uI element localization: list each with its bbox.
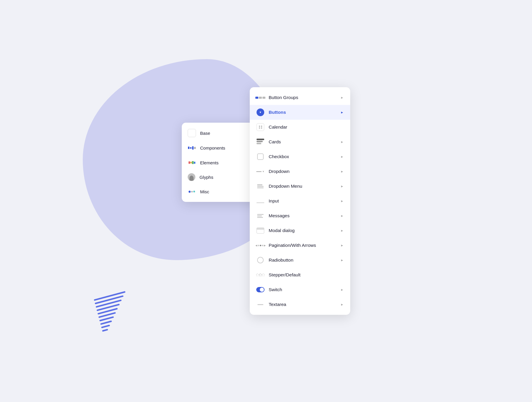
dropdown-menu-label: Dropdown Menu: [269, 184, 336, 189]
cards-label: Cards: [269, 139, 336, 145]
sidebar-item-glyphs[interactable]: Glyphs ►: [182, 170, 259, 184]
textarea-chevron-icon: ►: [340, 303, 344, 306]
radiobutton-label: Radiobutton: [269, 257, 336, 263]
modal-dialog-label: Modal dialog: [269, 228, 336, 233]
base-label: Base: [200, 131, 245, 136]
sidebar-item-components[interactable]: Components ►: [182, 140, 259, 155]
sidebar-item-modal-dialog[interactable]: Modal dialog ►: [250, 223, 350, 238]
sidebar-item-misc[interactable]: Misc ►: [182, 184, 259, 199]
radiobutton-icon: [256, 256, 265, 264]
dropdown-menu-chevron-icon: ►: [340, 184, 344, 188]
switch-chevron-icon: ►: [340, 288, 344, 291]
checkbox-label: Checkbox: [269, 154, 336, 159]
sidebar-item-elements[interactable]: Elements ►: [182, 155, 259, 170]
sidebar-item-messages[interactable]: Messages ►: [250, 208, 350, 223]
sidebar-item-pagination[interactable]: ◀ ▶ Pagination/With Arrows ►: [250, 238, 350, 253]
stepper-icon: [256, 271, 265, 279]
modal-dialog-chevron-icon: ►: [340, 229, 344, 232]
sidebar-item-radiobutton[interactable]: Radiobutton ►: [250, 253, 350, 268]
checkbox-chevron-icon: ►: [340, 155, 344, 158]
button-groups-icon: [256, 93, 265, 102]
base-icon: [188, 129, 196, 137]
messages-icon: [256, 212, 265, 220]
sidebar-item-buttons[interactable]: Buttons ►: [250, 105, 350, 120]
sidebar-item-base[interactable]: Base ►: [182, 126, 259, 140]
button-groups-label: Button Groups: [269, 95, 336, 100]
sidebar-item-calendar[interactable]: Calendar: [250, 120, 350, 134]
checkbox-icon: [256, 153, 265, 161]
misc-icon: [188, 187, 196, 196]
messages-label: Messages: [269, 213, 336, 218]
textarea-label: Textarea: [269, 302, 336, 307]
input-label: Input: [269, 198, 336, 204]
sidebar-item-dropdown-menu[interactable]: Dropdown Menu ►: [250, 179, 350, 194]
glyphs-label: Glyphs: [200, 175, 245, 180]
pagination-chevron-icon: ►: [340, 244, 344, 247]
small-menu: Base ► Components ►: [182, 123, 259, 202]
sidebar-item-switch[interactable]: Switch ►: [250, 282, 350, 297]
stripes-decoration: [94, 291, 134, 332]
sidebar-item-textarea[interactable]: Textarea ►: [250, 297, 350, 312]
dropdown-chevron-icon: ►: [340, 170, 344, 173]
sidebar-item-button-groups[interactable]: Button Groups ►: [250, 90, 350, 105]
calendar-label: Calendar: [269, 124, 344, 130]
cards-chevron-icon: ►: [340, 140, 344, 144]
sidebar-item-cards[interactable]: Cards ►: [250, 134, 350, 149]
sidebar-item-checkbox[interactable]: Checkbox ►: [250, 149, 350, 164]
radiobutton-chevron-icon: ►: [340, 258, 344, 262]
pagination-icon: ◀ ▶: [256, 241, 265, 249]
switch-icon: [256, 286, 265, 294]
stepper-label: Stepper/Default: [269, 272, 344, 278]
pagination-label: Pagination/With Arrows: [269, 243, 336, 248]
misc-label: Misc: [200, 189, 245, 194]
large-menu: Button Groups ► Buttons ►: [250, 87, 350, 315]
components-label: Components: [200, 145, 245, 150]
buttons-icon: [256, 108, 265, 116]
switch-label: Switch: [269, 287, 336, 292]
messages-chevron-icon: ►: [340, 214, 344, 218]
sidebar-item-stepper[interactable]: Stepper/Default: [250, 268, 350, 282]
cards-icon: [256, 138, 265, 146]
buttons-label: Buttons: [269, 110, 336, 115]
input-icon: [256, 197, 265, 205]
dropdown-label: Dropdown: [269, 169, 336, 174]
sidebar-item-input[interactable]: Input ►: [250, 194, 350, 208]
input-chevron-icon: ►: [340, 199, 344, 203]
dropdown-icon: ▼: [256, 167, 265, 176]
elements-label: Elements: [200, 160, 245, 165]
elements-icon: [188, 158, 196, 167]
components-icon: [188, 144, 196, 152]
modal-dialog-icon: [256, 226, 265, 235]
calendar-icon: [256, 123, 265, 131]
dropdown-menu-icon: [256, 182, 265, 190]
glyphs-icon: [188, 173, 195, 181]
scene: Base ► Components ►: [182, 87, 350, 315]
textarea-icon: [256, 300, 265, 309]
button-groups-chevron-icon: ►: [340, 96, 344, 99]
buttons-chevron-icon: ►: [340, 111, 344, 114]
sidebar-item-dropdown[interactable]: ▼ Dropdown ►: [250, 164, 350, 179]
